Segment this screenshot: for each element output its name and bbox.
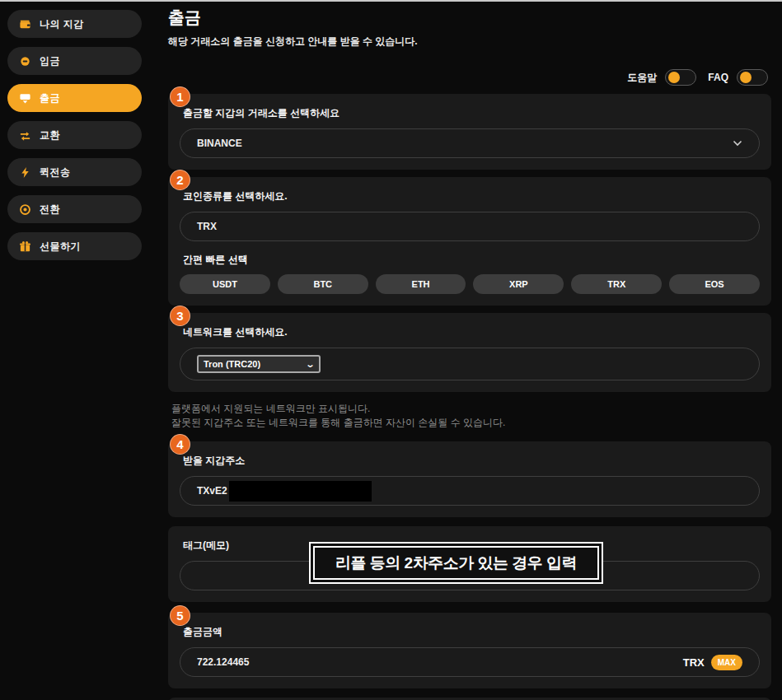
sidebar-item-label: 전환 (40, 203, 60, 217)
network-label: 네트워크를 선택하세요. (183, 325, 760, 339)
step-5-badge: 5 (170, 605, 190, 626)
section-network: 3 네트워크를 선택하세요. Tron (TRC20) ⌄ (168, 313, 771, 392)
quick-select-row: USDT BTC ETH XRP TRX EOS (180, 274, 760, 294)
chevron-down-icon: ⌄ (305, 359, 315, 370)
lightning-icon (19, 166, 31, 179)
withdraw-icon (19, 92, 31, 105)
warning-line: 플랫폼에서 지원되는 네트워크만 표시됩니다. (171, 402, 771, 416)
main-content: 출금 해당 거래소의 출금을 신청하고 안내를 받을 수 있습니다. 도움말 F… (147, 2, 782, 700)
network-select-value: Tron (TRC20) (204, 359, 260, 369)
quick-coin-btc-button[interactable]: BTC (278, 274, 368, 294)
step-3-badge: 3 (170, 306, 190, 326)
sidebar-item-label: 퀵전송 (40, 166, 71, 180)
address-redaction-box (229, 481, 372, 502)
quick-coin-eos-button[interactable]: EOS (669, 274, 760, 294)
network-select[interactable]: Tron (TRC20) ⌄ (197, 355, 321, 373)
amount-right-group: TRX MAX (683, 655, 742, 670)
convert-icon (19, 203, 31, 216)
amount-input-value: 722.124465 (197, 656, 683, 668)
section-amount: 5 출금금액 722.124465 TRX MAX (168, 613, 771, 688)
sidebar: 나의 지갑 입금 출금 교환 퀵전송 (0, 2, 147, 700)
faq-toggle-label: FAQ (708, 72, 728, 83)
sidebar-item-my-wallet[interactable]: 나의 지갑 (7, 10, 142, 38)
section-tag: 태그(메모) 리플 등의 2차주소가 있는 경우 입력 (168, 526, 771, 602)
deposit-icon (19, 55, 31, 68)
app-window: 나의 지갑 입금 출금 교환 퀵전송 (0, 2, 782, 700)
section-exchange: 1 출금할 지갑의 거래소를 선택하세요 BINANCE (168, 94, 771, 170)
quick-coin-trx-button[interactable]: TRX (571, 274, 662, 294)
network-warnings: 플랫폼에서 지원되는 네트워크만 표시됩니다. 잘못된 지갑주소 또는 네트워크… (171, 402, 771, 430)
quick-coin-eth-button[interactable]: ETH (376, 274, 466, 294)
page-title: 출금 (168, 7, 771, 29)
address-label: 받을 지갑주소 (183, 454, 760, 468)
help-toggle-label: 도움말 (627, 71, 657, 85)
faq-toggle[interactable] (737, 69, 768, 86)
warning-line: 잘못된 지갑주소 또는 네트워크를 통해 출금하면 자산이 손실될 수 있습니다… (171, 416, 771, 430)
sidebar-item-label: 교환 (40, 128, 60, 142)
max-button[interactable]: MAX (711, 655, 742, 670)
sidebar-item-quick-transfer[interactable]: 퀵전송 (7, 158, 142, 186)
network-select-container: Tron (TRC20) ⌄ (180, 348, 760, 380)
address-input-value: TXvE2 (197, 485, 227, 497)
faq-toggle-knob (740, 72, 752, 83)
sidebar-item-exchange[interactable]: 교환 (7, 121, 142, 149)
step-2-badge: 2 (170, 170, 190, 190)
tag-annotation-text: 리플 등의 2차주소가 있는 경우 입력 (335, 553, 577, 574)
quick-coin-xrp-button[interactable]: XRP (473, 274, 564, 294)
page-subtitle: 해당 거래소의 출금을 신청하고 안내를 받을 수 있습니다. (168, 35, 771, 49)
sidebar-item-label: 나의 지갑 (40, 17, 84, 31)
chevron-down-icon (733, 140, 742, 147)
coin-label: 코인종류를 선택하세요. (183, 189, 760, 203)
exchange-select[interactable]: BINANCE (180, 128, 760, 158)
quick-select-label: 간편 빠른 선택 (183, 253, 760, 267)
exchange-label: 출금할 지갑의 거래소를 선택하세요 (183, 106, 760, 120)
tag-annotation-box: 리플 등의 2차주소가 있는 경우 입력 (309, 542, 603, 584)
section-coin: 2 코인종류를 선택하세요. TRX 간편 빠른 선택 USDT BTC ETH… (168, 177, 771, 306)
sidebar-item-gift[interactable]: 선물하기 (7, 232, 142, 260)
gift-icon (19, 240, 31, 253)
step-1-badge: 1 (170, 86, 190, 107)
sidebar-item-deposit[interactable]: 입금 (7, 47, 142, 75)
amount-input[interactable]: 722.124465 TRX MAX (180, 647, 760, 677)
amount-label: 출금금액 (183, 625, 760, 639)
sidebar-item-label: 출금 (40, 91, 60, 105)
sidebar-item-label: 입금 (40, 54, 60, 68)
help-toggle-row: 도움말 FAQ (168, 68, 771, 86)
sidebar-item-withdraw[interactable]: 출금 (7, 84, 142, 112)
step-4-badge: 4 (170, 434, 190, 455)
coin-input-value: TRX (197, 221, 742, 232)
quick-coin-usdt-button[interactable]: USDT (180, 274, 270, 294)
help-toggle-knob (668, 72, 680, 83)
exchange-icon (19, 129, 31, 142)
exchange-select-value: BINANCE (197, 138, 733, 149)
sidebar-item-label: 선물하기 (40, 240, 81, 254)
coin-input[interactable]: TRX (180, 212, 760, 241)
address-input[interactable]: TXvE2 (180, 476, 760, 506)
section-address: 4 받을 지갑주소 TXvE2 (168, 441, 771, 517)
wallet-icon (19, 18, 31, 30)
help-toggle[interactable] (665, 69, 696, 86)
amount-currency: TRX (683, 656, 705, 669)
sidebar-item-convert[interactable]: 전환 (7, 195, 142, 223)
